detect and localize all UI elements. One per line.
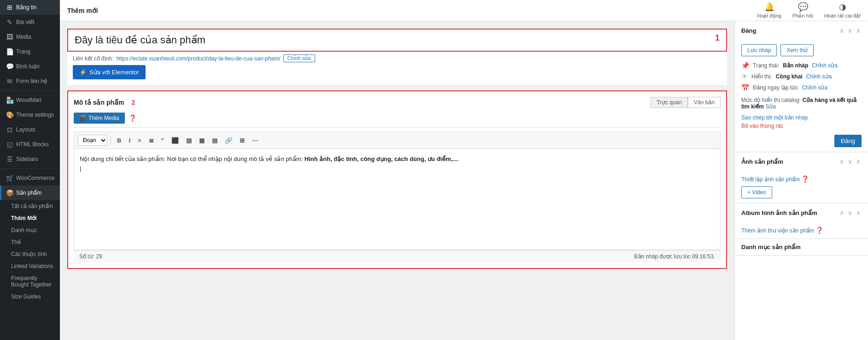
help-icon[interactable]: ❓: [129, 114, 136, 122]
link-button[interactable]: 🔗: [222, 135, 235, 146]
preview-button[interactable]: Xem thử: [780, 44, 814, 56]
permalink-url[interactable]: https://eclate.xuanhieuit.com/product/da…: [116, 55, 280, 62]
publish-button[interactable]: Đăng: [834, 135, 862, 147]
editor-paragraph: Nội dung chi tiết của sản phẩm: Nơi bạn …: [80, 155, 715, 164]
publish-panel: Đăng ∧ ∨ ∧ Lưu nháp Xem thử 📌: [735, 21, 868, 152]
visibility-edit-link[interactable]: Chỉnh sửa: [806, 73, 832, 80]
sidebar-sub-linked-variations[interactable]: Linked Variations: [0, 260, 60, 272]
sidebar-sub-tags[interactable]: Thẻ: [0, 236, 60, 248]
visibility-value: Công khai: [776, 73, 803, 80]
sidebar-item-dashboard[interactable]: ⊞ Bảng tin: [0, 0, 60, 15]
gallery-panel-close[interactable]: ∧: [855, 208, 862, 217]
image-panel-down[interactable]: ∨: [847, 157, 853, 166]
panel-close-button[interactable]: ∧: [855, 26, 862, 35]
edit-elementor-button[interactable]: ⚡ Sửa với Elementor: [73, 65, 146, 79]
sidebar-item-sidebars[interactable]: ☰ Sidebars: [0, 152, 60, 167]
sidebar-item-products[interactable]: 📦 Sản phẩm: [0, 185, 60, 200]
sidebar-item-pages[interactable]: 📄 Trang: [0, 44, 60, 59]
panel-controls: ∧ ∨ ∧: [839, 26, 862, 35]
sidebar-item-label: Form liên hệ: [16, 78, 47, 84]
panel-expand-button[interactable]: ∨: [847, 26, 853, 35]
gallery-help-icon[interactable]: ❓: [815, 227, 823, 234]
align-center-button[interactable]: ▤: [183, 135, 194, 146]
sidebar-item-contact[interactable]: ✉ Form liên hệ: [0, 74, 60, 89]
sidebar-sub-categories[interactable]: Danh mục: [0, 224, 60, 236]
status-edit-link[interactable]: Chỉnh sửa: [812, 62, 838, 69]
contact-icon: ✉: [6, 78, 13, 85]
blockquote-button[interactable]: ": [158, 135, 167, 146]
publish-footer: Đăng: [741, 135, 862, 147]
topbar-complete-settings[interactable]: ◑ Hoàn tất cài đặt: [824, 2, 861, 19]
ordered-list-button[interactable]: ≣: [146, 135, 157, 146]
permalink-edit-button[interactable]: Chỉnh sửa: [283, 54, 315, 62]
sidebar-item-comments[interactable]: 💬 Bình luận: [0, 59, 60, 74]
sidebar-item-label: Theme settings: [16, 112, 54, 118]
align-left-button[interactable]: ⬛: [169, 135, 182, 146]
sidebar-sub-frequently-bought[interactable]: Frequently Bought Together: [0, 272, 60, 291]
sidebar-sub-size-guides[interactable]: Size Guides: [0, 291, 60, 303]
panel-collapse-button[interactable]: ∧: [839, 26, 845, 35]
status-icon: 📌: [741, 62, 749, 69]
sidebar-item-posts[interactable]: ✎ Bài viết: [0, 15, 60, 30]
sidebar-sub-add-new[interactable]: Thêm Mới: [0, 212, 60, 224]
save-draft-button[interactable]: Lưu nháp: [741, 44, 777, 56]
align-right-button[interactable]: ▦: [196, 135, 207, 146]
sidebar-item-woodmart[interactable]: 🏪 WoodMart: [0, 93, 60, 107]
category-panel-header: Danh mục sản phẩm: [735, 239, 868, 255]
sidebar-item-label: Media: [16, 34, 31, 40]
sidebar-item-theme-settings[interactable]: 🎨 Theme settings: [0, 107, 60, 122]
description-section: Mô tả sản phẩm 2 Trực quan Văn bản 🎬 Thê…: [67, 90, 727, 269]
align-justify-button[interactable]: ▤: [209, 135, 220, 146]
sidebar-item-html-blocks[interactable]: ◱ HTML Blocks: [0, 137, 60, 152]
table-button[interactable]: ⊞: [237, 135, 247, 146]
topbar-activity[interactable]: 🔔 Hoạt động: [757, 2, 781, 19]
topbar-actions: 🔔 Hoạt động 💬 Phản hồi ◑ Hoàn tất cài đặ…: [757, 2, 861, 19]
posts-icon: ✎: [6, 18, 13, 26]
image-panel-close[interactable]: ∧: [855, 157, 862, 166]
sidebar-item-media[interactable]: 🖼 Media: [0, 30, 60, 44]
theme-icon: 🎨: [6, 111, 13, 119]
gallery-panel-down[interactable]: ∨: [847, 208, 853, 217]
category-panel: Danh mục sản phẩm: [735, 239, 868, 256]
sidebar-sub-attributes[interactable]: Các thuộc tính: [0, 248, 60, 260]
page-title: Thêm mới: [67, 7, 98, 14]
catalog-edit-link[interactable]: Sửa: [765, 103, 776, 110]
gallery-panel: Album hình ảnh sản phẩm ∧ ∨ ∧ Thêm ảnh t…: [735, 203, 868, 239]
toolbar-divider: [111, 136, 111, 144]
text-view-button[interactable]: Văn bản: [688, 97, 721, 108]
gallery-panel-title: Album hình ảnh sản phẩm: [741, 209, 817, 216]
status-row: 📌 Trạng thái: Bản nháp Chỉnh sửa: [741, 62, 862, 69]
sidebar-item-label: Bài viết: [16, 19, 35, 25]
image-help-icon[interactable]: ❓: [801, 175, 809, 183]
visual-view-button[interactable]: Trực quan: [651, 97, 688, 108]
add-media-button[interactable]: 🎬 Thêm Media: [74, 113, 125, 124]
editor-cursor: |: [80, 164, 715, 174]
sidebar-sub-all-products[interactable]: Tất cả sản phẩm: [0, 200, 60, 212]
word-count: Số từ: 29: [79, 253, 102, 260]
editor-footer: Số từ: 29 Bản nháp được lưu lúc 09:16:53…: [74, 250, 721, 262]
topbar-feedback[interactable]: 💬 Phản hồi: [792, 2, 813, 19]
add-video-button[interactable]: + Video: [741, 186, 772, 198]
sidebar-item-layouts[interactable]: ⊡ Layouts: [0, 122, 60, 137]
sidebar-item-woocommerce[interactable]: 🛒 WooCommerce: [0, 171, 60, 185]
copy-draft-link[interactable]: Sao chép tới một bản nháp: [741, 114, 862, 121]
status-value: Bản nháp: [783, 62, 808, 69]
image-panel-up[interactable]: ∧: [839, 157, 845, 166]
bold-button[interactable]: B: [114, 135, 124, 146]
editor-content-area[interactable]: Nội dung chi tiết của sản phẩm: Nơi bạn …: [74, 149, 721, 250]
woocommerce-icon: 🛒: [6, 174, 13, 182]
more-button[interactable]: ⋯: [249, 135, 261, 146]
permalink: Liên kết cố định: https://eclate.xuanhie…: [67, 52, 727, 65]
delete-trash-link[interactable]: Bỏ vào thùng rác: [741, 123, 862, 129]
product-title-input[interactable]: [67, 29, 727, 52]
publish-panel-header: Đăng ∧ ∨ ∧: [735, 21, 868, 40]
add-gallery-link[interactable]: Thêm ảnh thư viện sản phẩm: [741, 227, 815, 234]
publish-date-edit-link[interactable]: Chỉnh sửa: [802, 84, 827, 91]
publish-panel-title: Đăng: [741, 27, 757, 34]
paragraph-select[interactable]: Đoạn: [78, 135, 107, 146]
product-image-panel: Ảnh sản phẩm ∧ ∨ ∧ Thiết lập ảnh sản phẩ…: [735, 152, 868, 203]
gallery-panel-up[interactable]: ∧: [839, 208, 845, 217]
italic-button[interactable]: I: [126, 135, 133, 146]
unordered-list-button[interactable]: ≡: [135, 135, 144, 146]
set-image-link[interactable]: Thiết lập ảnh sản phẩm: [741, 176, 801, 183]
